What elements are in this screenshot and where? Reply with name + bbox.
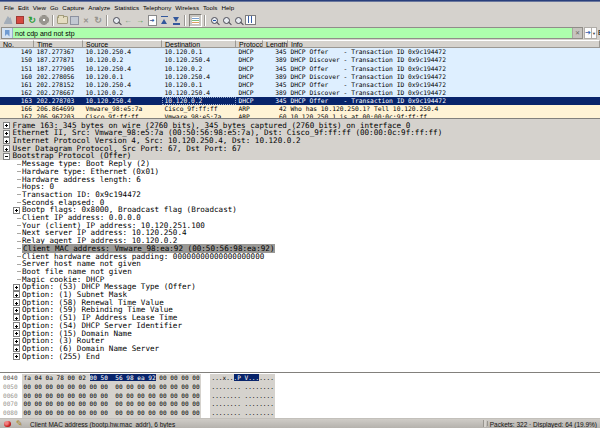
ascii-row[interactable]: ........ ........ bbox=[212, 392, 274, 401]
cell-destination: 10.120.250.4 bbox=[162, 89, 236, 97]
cell-time: 202.278703 bbox=[34, 97, 83, 105]
cell-length: 345 bbox=[263, 97, 288, 105]
ascii-row[interactable]: ........ ........ bbox=[212, 400, 274, 409]
status-field-info: Client MAC address (bootp.hw.mac_addr), … bbox=[30, 421, 175, 428]
start-capture-icon[interactable] bbox=[3, 15, 14, 26]
packet-row-161[interactable]: 161202.27815210.120.250.410.120.0.1DHCP3… bbox=[0, 81, 600, 89]
filter-dropdown-button[interactable]: ▼ bbox=[592, 27, 597, 39]
expand-icon[interactable] bbox=[13, 207, 20, 214]
cell-no: 161 bbox=[0, 81, 34, 89]
cell-destination: 10.120.0.2 bbox=[162, 97, 236, 105]
filter-bookmark-button[interactable] bbox=[2, 28, 13, 38]
menu-analyze[interactable]: Analyze bbox=[86, 2, 112, 13]
packet-row-166[interactable]: 166206.864699Vmware_98:e5:7aCisco_9f:ff:… bbox=[0, 105, 600, 113]
filter-input[interactable]: not cdp and not stp bbox=[15, 29, 75, 38]
menu-tools[interactable]: Tools bbox=[201, 2, 219, 13]
menu-help[interactable]: Help bbox=[219, 2, 236, 13]
packet-row-163[interactable]: 163202.27870310.120.250.410.120.0.2DHCP3… bbox=[0, 97, 600, 105]
main-toolbar: ↻✕↻←→➔ bbox=[0, 13, 600, 27]
col-header-protocol[interactable]: Protocol bbox=[236, 40, 263, 48]
packet-row-150[interactable]: 150187.27787110.120.0.210.120.250.4DHCP3… bbox=[0, 56, 600, 64]
go-forward-icon[interactable]: → bbox=[135, 15, 146, 26]
zoom-in-icon[interactable] bbox=[209, 15, 220, 26]
expand-icon[interactable] bbox=[13, 322, 20, 329]
cell-source: 10.120.250.4 bbox=[83, 48, 162, 56]
col-header-length[interactable]: Length bbox=[263, 40, 288, 48]
packet-row-149[interactable]: 149187.27736710.120.250.410.120.0.1DHCP3… bbox=[0, 48, 600, 56]
menu-go[interactable]: Go bbox=[48, 2, 60, 13]
zoom-out-icon[interactable] bbox=[221, 15, 232, 26]
col-header-no[interactable]: No. bbox=[0, 40, 34, 48]
col-header-source[interactable]: Source bbox=[83, 40, 162, 48]
hex-bytes-row[interactable]: 00 00 00 00 00 00 00 00 00 00 00 00 00 0… bbox=[24, 383, 200, 392]
reload-file-icon[interactable]: ↻ bbox=[93, 15, 104, 26]
cell-no: 163 bbox=[0, 97, 34, 105]
expand-icon[interactable] bbox=[13, 307, 20, 314]
open-file-icon[interactable] bbox=[57, 15, 68, 26]
tree-branch bbox=[17, 241, 21, 242]
col-header-destination[interactable]: Destination bbox=[162, 40, 236, 48]
packet-row-162[interactable]: 162202.27866710.120.0.210.120.250.4DHCP3… bbox=[0, 89, 600, 97]
colorize-icon[interactable] bbox=[189, 14, 202, 27]
expand-icon[interactable] bbox=[13, 345, 20, 352]
packet-row-151[interactable]: 151187.27790510.120.250.410.120.0.2DHCP3… bbox=[0, 65, 600, 73]
expand-icon[interactable] bbox=[13, 299, 20, 306]
menu-view[interactable]: View bbox=[31, 2, 48, 13]
restart-capture-icon[interactable]: ↻ bbox=[27, 15, 38, 26]
status-separator bbox=[483, 420, 486, 427]
expand-icon[interactable] bbox=[3, 145, 10, 152]
cell-source: 10.120.250.4 bbox=[83, 65, 162, 73]
packet-row-160[interactable]: 160202.27805610.120.0.110.120.250.4DHCP3… bbox=[0, 73, 600, 81]
collapse-icon[interactable] bbox=[3, 153, 10, 160]
resize-columns-icon[interactable] bbox=[245, 15, 256, 26]
expand-icon[interactable] bbox=[3, 137, 10, 144]
cell-info: DHCP Offer - Transaction ID 0x9c194472 bbox=[288, 81, 600, 89]
expand-icon[interactable] bbox=[3, 130, 10, 137]
capture-options-icon[interactable] bbox=[39, 15, 50, 26]
menu-capture[interactable]: Capture bbox=[60, 2, 86, 13]
zoom-100-icon[interactable] bbox=[233, 15, 244, 26]
go-back-icon[interactable]: ← bbox=[123, 15, 134, 26]
go-first-icon[interactable] bbox=[159, 15, 170, 26]
expand-icon[interactable] bbox=[13, 291, 20, 298]
go-to-packet-icon[interactable]: ➔ bbox=[147, 15, 158, 26]
ascii-row[interactable]: ...x...P V....... bbox=[212, 374, 274, 383]
find-packet-icon[interactable] bbox=[111, 15, 122, 26]
close-file-icon[interactable]: ✕ bbox=[81, 15, 92, 26]
capture-comment-icon[interactable]: ✎ bbox=[16, 419, 23, 428]
menu-edit[interactable]: Edit bbox=[16, 2, 31, 13]
menu-statistics[interactable]: Statistics bbox=[112, 2, 141, 13]
toolbar-separator bbox=[184, 15, 186, 26]
filter-apply-button[interactable]: ➔ bbox=[584, 27, 592, 39]
ascii-row[interactable]: ........ ........ bbox=[212, 383, 274, 392]
hex-bytes-row[interactable]: 00 00 00 00 00 00 00 00 00 00 00 00 00 0… bbox=[24, 392, 200, 401]
col-header-info[interactable]: Info bbox=[288, 40, 600, 48]
cell-time: 187.277905 bbox=[34, 65, 83, 73]
hex-offset: 0070 bbox=[3, 400, 18, 409]
expand-icon[interactable] bbox=[13, 314, 20, 321]
expand-icon[interactable] bbox=[13, 284, 20, 291]
go-last-icon[interactable] bbox=[171, 15, 182, 26]
expand-icon[interactable] bbox=[3, 122, 10, 129]
filter-field[interactable]: not cdp and not stp ✕ bbox=[1, 27, 583, 39]
menu-telephony[interactable]: Telephony bbox=[141, 2, 173, 13]
detail-line[interactable]: Option: (255) End bbox=[22, 353, 100, 361]
menu-bar: FileEditViewGoCaptureAnalyzeStatisticsTe… bbox=[0, 2, 600, 13]
expert-info-icon[interactable] bbox=[4, 421, 11, 428]
cell-length: 389 bbox=[263, 56, 288, 64]
expand-icon[interactable] bbox=[13, 338, 20, 345]
hex-bytes-row[interactable]: 00 00 00 00 00 00 00 00 00 00 00 00 00 0… bbox=[24, 409, 200, 418]
menu-file[interactable]: File bbox=[2, 2, 16, 13]
save-file-icon[interactable] bbox=[69, 15, 80, 26]
col-header-time[interactable]: Time bbox=[34, 40, 83, 48]
stop-capture-icon[interactable] bbox=[15, 15, 26, 26]
filter-clear-button[interactable]: ✕ bbox=[572, 28, 582, 38]
menu-wireless[interactable]: Wireless bbox=[173, 2, 201, 13]
filter-bar: not cdp and not stp ✕ ➔ ▼ Expression… bbox=[0, 27, 600, 40]
expand-icon[interactable] bbox=[13, 353, 20, 360]
hex-bytes-row[interactable]: 00 00 00 00 00 00 00 00 00 00 00 00 00 0… bbox=[24, 400, 200, 409]
tree-branch bbox=[17, 218, 21, 219]
ascii-row[interactable]: ........ ........ bbox=[212, 409, 274, 418]
expand-icon[interactable] bbox=[13, 330, 20, 337]
hex-bytes-row[interactable]: fa 04 0a 78 00 02 00 50 56 98 ea 92 00 0… bbox=[24, 374, 200, 383]
